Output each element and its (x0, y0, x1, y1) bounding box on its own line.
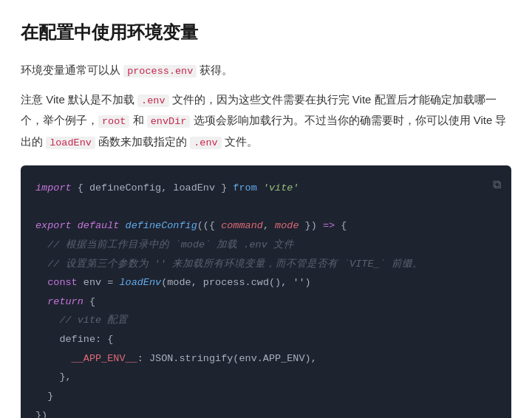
page-title: 在配置中使用环境变量 (21, 18, 511, 48)
paragraph-1: 环境变量通常可以从 process.env 获得。 (21, 60, 511, 80)
paragraph-2: 注意 Vite 默认是不加载 .env 文件的，因为这些文件需要在执行完 Vit… (21, 89, 511, 152)
code-line-8: // vite 配置 (35, 311, 497, 330)
p2-code3: envDir (147, 115, 191, 128)
p2-text6: 文件。 (222, 135, 258, 148)
p1-text2: 获得。 (197, 64, 233, 76)
code-line-4: // 根据当前工作目录中的 `mode` 加载 .env 文件 (35, 236, 497, 255)
code-line-3: export default defineConfig(({ command, … (35, 216, 497, 236)
p2-code4: loadEnv (46, 137, 95, 149)
copy-icon[interactable]: ⧉ (493, 174, 501, 196)
code-line-11: }, (35, 368, 497, 387)
code-line-7: return { (35, 292, 497, 312)
p2-text1: 注意 Vite 默认是不加载 (21, 93, 137, 106)
p2-code1: .env (137, 95, 168, 107)
code-line-5: // 设置第三个参数为 '' 来加载所有环境变量，而不管是否有 `VITE_` … (35, 255, 497, 274)
p2-text3: 和 (129, 114, 146, 126)
p2-code5: .env (190, 137, 221, 149)
code-line-10: __APP_ENV__: JSON.stringify(env.APP_ENV)… (35, 349, 497, 369)
code-line-6: const env = loadEnv(mode, process.cwd(),… (35, 273, 497, 292)
code-line-blank (35, 198, 497, 217)
code-line-9: define: { (35, 330, 497, 349)
code-line-1: import { defineConfig, loadEnv } from 'v… (35, 179, 497, 198)
code-block: ⧉ import { defineConfig, loadEnv } from … (21, 165, 511, 418)
p1-text1: 环境变量通常可以从 (21, 64, 123, 76)
p1-code1: process.env (123, 65, 197, 78)
p2-code2: root (98, 115, 129, 128)
page-wrapper: 在配置中使用环境变量 环境变量通常可以从 process.env 获得。 注意 … (21, 18, 511, 418)
code-line-12: } (35, 387, 497, 406)
p2-text5: 函数来加载指定的 (95, 135, 190, 148)
